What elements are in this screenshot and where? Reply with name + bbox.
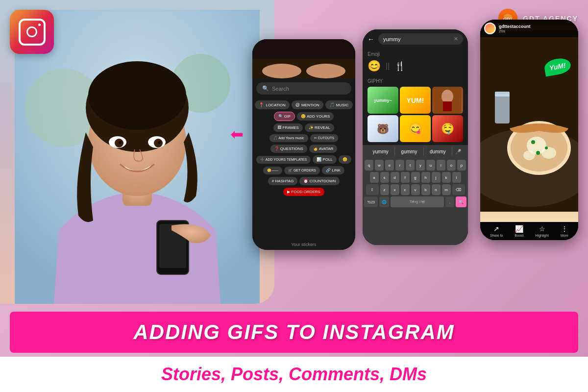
gif-sticker[interactable]: 🔍 GIF — [274, 112, 295, 121]
instagram-logo — [10, 10, 54, 54]
instagram-camera-dot — [38, 24, 41, 26]
highlight-button[interactable]: ☆ Highlight — [536, 225, 549, 237]
back-arrow-icon[interactable]: ← — [368, 35, 374, 43]
key-z[interactable]: z — [380, 184, 389, 195]
giphy-results-grid: yummy~ YUM! 🐻 — [368, 87, 463, 142]
reveal-sticker[interactable]: ✨ REVEAL — [305, 123, 334, 132]
phone3-content: gdttestaccount 20s — [480, 20, 578, 240]
giphy-result-6[interactable]: 🤤 — [432, 115, 463, 142]
food-orders-sticker[interactable]: ▶ FOOD ORDERS — [283, 188, 324, 196]
key-y[interactable]: y — [416, 160, 425, 171]
word-sug-1[interactable]: yummy — [367, 147, 395, 156]
poll-sticker[interactable]: 📊 POLL — [313, 155, 337, 164]
person-svg — [15, 10, 260, 304]
giphy-result-3[interactable] — [432, 87, 463, 114]
sticker-row-6: ➕ ADD YOURS TEMPLATES 📊 POLL 😊 — [255, 155, 352, 164]
word-sug-2[interactable]: gummy — [395, 147, 423, 156]
share-to-button[interactable]: ↗ Share to — [490, 225, 503, 237]
key-k[interactable]: k — [442, 172, 451, 183]
svg-point-23 — [441, 90, 453, 103]
giphy-result-4[interactable]: 🐻 — [368, 115, 398, 142]
emoji-row: 😊 || 🍴 — [368, 60, 463, 73]
key-c[interactable]: c — [401, 184, 410, 195]
countdown-sticker[interactable]: ⏰ COUNTDOWN — [299, 177, 340, 185]
key-t[interactable]: t — [406, 160, 415, 171]
word-sug-3[interactable]: dummy — [424, 147, 452, 156]
giphy-result-5[interactable]: 😋 — [400, 115, 431, 142]
svg-rect-24 — [443, 101, 452, 111]
key-r[interactable]: r — [395, 160, 404, 171]
svg-rect-27 — [495, 94, 510, 123]
key-d[interactable]: d — [391, 172, 399, 183]
location-sticker[interactable]: 📍LOCATION — [255, 100, 289, 109]
giphy-result-1[interactable]: yummy~ — [368, 87, 398, 114]
key-i[interactable]: i — [437, 160, 445, 171]
phone-sticker-menu: 🔍 Search 📍LOCATION @MENTION 🎵MUSIC 🔍 GIF… — [252, 39, 355, 250]
sticker-footer-label: Your stickers — [252, 239, 355, 250]
hashtag-sticker[interactable]: # HASHTAG — [268, 177, 298, 185]
boost-button[interactable]: 📈 Boost — [515, 225, 524, 237]
clear-search-icon[interactable]: ✕ — [454, 36, 458, 42]
slider-sticker[interactable]: 😊—— — [263, 167, 282, 174]
emoji-smiley[interactable]: 😊 — [368, 60, 381, 73]
key-space[interactable]: Tiếng Việt — [391, 196, 444, 207]
emoji-sticker[interactable]: 😊 — [339, 155, 351, 164]
emoji-cutlery[interactable]: 🍴 — [394, 61, 405, 72]
add-yours-templates-sticker[interactable]: ➕ ADD YOURS TEMPLATES — [256, 156, 311, 164]
cutouts-sticker[interactable]: ✂ CUTOUTS — [310, 134, 339, 142]
more-button[interactable]: ⋮ More — [561, 225, 568, 237]
key-j[interactable]: j — [432, 172, 441, 183]
key-u[interactable]: u — [426, 160, 435, 171]
key-period[interactable]: . — [445, 196, 454, 207]
mic-icon[interactable]: 🎤 — [452, 147, 464, 156]
key-e[interactable]: e — [385, 160, 394, 171]
story-user-info: gdttestaccount 20s — [499, 24, 531, 33]
story-avatar — [484, 23, 496, 34]
hands-svg — [252, 39, 355, 78]
avatar-sticker[interactable]: 🧑 AVATAR — [309, 145, 337, 153]
add-yours-music-sticker[interactable]: 🎵 Add Yours music — [270, 134, 308, 142]
giphy-section-title: GIPHY — [368, 78, 463, 84]
svg-point-32 — [541, 147, 556, 159]
highlight-label: Highlight — [536, 234, 549, 237]
instagram-camera-circle — [26, 26, 37, 37]
bottom-banners: ADDING GIFS TO INSTAGRAM Stories, Posts,… — [0, 312, 588, 392]
key-123[interactable]: ?123 — [364, 196, 378, 207]
key-f[interactable]: f — [401, 172, 410, 183]
key-v[interactable]: v — [411, 184, 420, 195]
mention-sticker[interactable]: @MENTION — [292, 100, 323, 109]
svg-point-33 — [523, 150, 535, 160]
key-backspace[interactable]: ⌫ — [452, 184, 465, 195]
subtitle: Stories, Posts, Comments, DMs — [15, 364, 573, 385]
key-b[interactable]: b — [421, 184, 430, 195]
key-g[interactable]: g — [411, 172, 420, 183]
key-globe[interactable]: 🌐 — [379, 196, 389, 207]
add-yours-sticker[interactable]: 😊 ADD YOURS — [297, 112, 334, 121]
key-q[interactable]: q — [365, 160, 373, 171]
get-orders-sticker[interactable]: 🛒 GET ORDERS — [284, 167, 320, 174]
key-n[interactable]: n — [432, 184, 441, 195]
music-sticker[interactable]: 🎵MUSIC — [325, 100, 353, 109]
yum-text: YuM! — [549, 61, 566, 72]
questions-sticker[interactable]: ❓ QUESTIONS — [270, 145, 307, 153]
gif-search-bar[interactable]: yummy ✕ — [378, 33, 463, 45]
link-sticker[interactable]: 🔗 LINK — [322, 166, 344, 174]
giphy-section: GIPHY yummy~ YUM! — [363, 75, 468, 145]
key-search[interactable]: 🔍 — [456, 196, 466, 207]
giphy-result-2[interactable]: YUM! — [400, 87, 431, 114]
key-l[interactable]: l — [452, 172, 461, 183]
sticker-search-bar[interactable]: 🔍 Search — [256, 82, 351, 95]
keyboard-row-2: a s d f g h j k l — [364, 172, 466, 183]
key-shift[interactable]: ⇧ — [366, 184, 379, 195]
key-x[interactable]: x — [391, 184, 399, 195]
key-w[interactable]: w — [375, 160, 384, 171]
key-m[interactable]: m — [442, 184, 451, 195]
svg-point-36 — [536, 151, 540, 155]
hands-background — [252, 39, 355, 78]
key-s[interactable]: s — [380, 172, 389, 183]
key-a[interactable]: a — [370, 172, 379, 183]
key-p[interactable]: p — [457, 160, 466, 171]
key-h[interactable]: h — [421, 172, 430, 183]
frames-sticker[interactable]: 🖼 FRAMES — [273, 123, 303, 132]
key-o[interactable]: o — [447, 160, 456, 171]
